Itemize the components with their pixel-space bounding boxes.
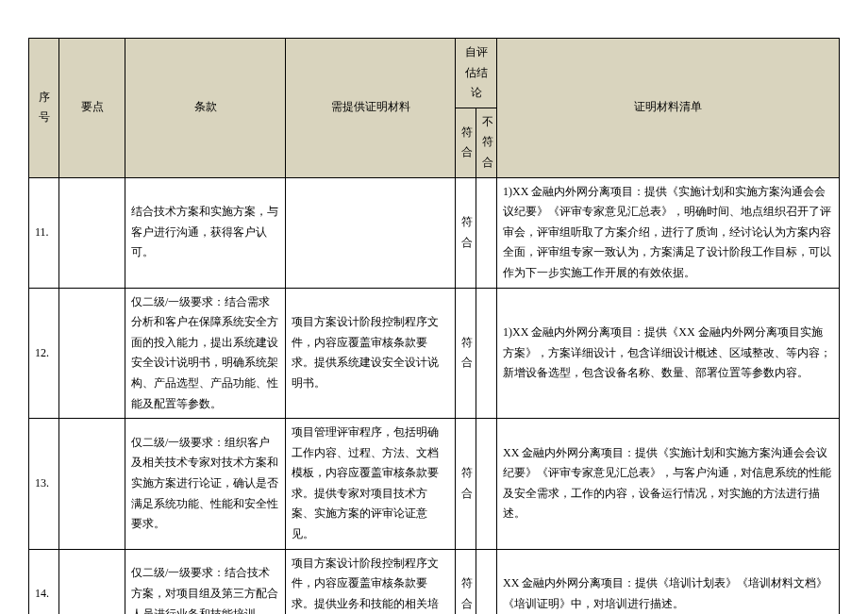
header-self-eval: 自评估结论 — [456, 39, 497, 108]
cell-point — [59, 549, 125, 614]
header-point: 要点 — [59, 39, 125, 178]
cell-material: 项目方案设计阶段控制程序文件，内容应覆盖审核条款要求。提供业务和技能的相关培训记… — [286, 549, 456, 614]
header-clause: 条款 — [125, 39, 286, 178]
cell-clause: 结合技术方案和实施方案，与客户进行沟通，获得客户认可。 — [125, 177, 286, 288]
cell-nonconform — [476, 288, 497, 419]
header-nonconform: 不符合 — [476, 108, 497, 177]
cell-material — [286, 177, 456, 288]
cell-material: 项目管理评审程序，包括明确工作内容、过程、方法、文档模板，内容应覆盖审核条款要求… — [286, 419, 456, 550]
cell-list: XX 金融内外网分离项目：提供《培训计划表》《培训材料文档》《培训证明》中，对培… — [497, 549, 840, 614]
cell-conform: 符合 — [456, 288, 476, 419]
cell-material: 项目方案设计阶段控制程序文件，内容应覆盖审核条款要求。提供系统建设安全设计说明书… — [286, 288, 456, 419]
table-row: 11. 结合技术方案和实施方案，与客户进行沟通，获得客户认可。 符合 1)XX … — [29, 177, 840, 288]
header-conform: 符合 — [456, 108, 476, 177]
cell-clause: 仅二级/一级要求：结合技术方案，对项目组及第三方配合人员进行业务和技能培训。 — [125, 549, 286, 614]
cell-nonconform — [476, 549, 497, 614]
header-no: 序号 — [29, 39, 59, 178]
table-header: 序号 要点 条款 需提供证明材料 自评估结论 证明材料清单 符合 不符合 — [29, 39, 840, 178]
cell-no: 11. — [29, 177, 59, 288]
cell-conform: 符合 — [456, 419, 476, 550]
table-row: 13. 仅二级/一级要求：组织客户及相关技术专家对技术方案和实施方案进行论证，确… — [29, 419, 840, 550]
table-body: 11. 结合技术方案和实施方案，与客户进行沟通，获得客户认可。 符合 1)XX … — [29, 177, 840, 614]
cell-list: XX 金融内外网分离项目：提供《实施计划和实施方案沟通会会议纪要》《评审专家意见… — [497, 419, 840, 550]
cell-list: 1)XX 金融内外网分离项目：提供《实施计划和实施方案沟通会会议纪要》《评审专家… — [497, 177, 840, 288]
cell-no: 13. — [29, 419, 59, 550]
cell-list: 1)XX 金融内外网分离项目：提供《XX 金融内外网分离项目实施方案》，方案详细… — [497, 288, 840, 419]
cell-conform: 符合 — [456, 177, 476, 288]
evaluation-table: 序号 要点 条款 需提供证明材料 自评估结论 证明材料清单 符合 不符合 11.… — [28, 38, 840, 614]
cell-point — [59, 288, 125, 419]
cell-nonconform — [476, 177, 497, 288]
cell-point — [59, 177, 125, 288]
table-row: 14. 仅二级/一级要求：结合技术方案，对项目组及第三方配合人员进行业务和技能培… — [29, 549, 840, 614]
cell-clause: 仅二级/一级要求：组织客户及相关技术专家对技术方案和实施方案进行论证，确认是否满… — [125, 419, 286, 550]
cell-conform: 符合 — [456, 549, 476, 614]
cell-clause: 仅二级/一级要求：结合需求分析和客户在保障系统安全方面的投入能力，提出系统建设安… — [125, 288, 286, 419]
cell-no: 12. — [29, 288, 59, 419]
cell-no: 14. — [29, 549, 59, 614]
header-list: 证明材料清单 — [497, 39, 840, 178]
cell-point — [59, 419, 125, 550]
header-material: 需提供证明材料 — [286, 39, 456, 178]
table-row: 12. 仅二级/一级要求：结合需求分析和客户在保障系统安全方面的投入能力，提出系… — [29, 288, 840, 419]
cell-nonconform — [476, 419, 497, 550]
